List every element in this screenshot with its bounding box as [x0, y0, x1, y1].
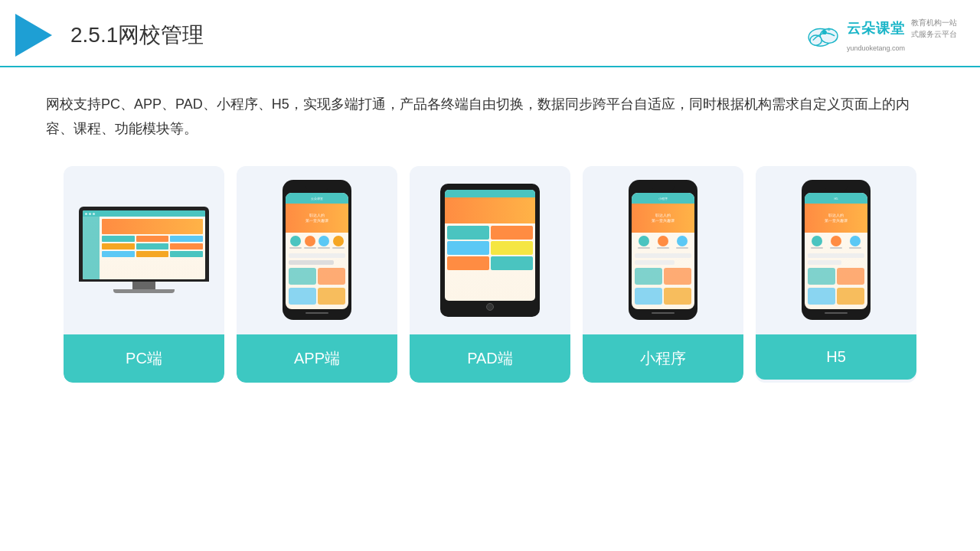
svg-point-4 [828, 28, 831, 31]
card-miniprogram-image: 小程序 职达人的第一堂兴趣课 [583, 166, 743, 334]
card-pc-label: PC端 [64, 334, 224, 383]
card-h5-label: H5 [756, 334, 916, 380]
card-pc-image [64, 166, 224, 334]
svg-point-2 [810, 35, 822, 45]
svg-point-1 [820, 28, 838, 43]
card-h5-image: H5 职达人的第一堂兴趣课 [756, 166, 916, 334]
card-pad: PAD端 [410, 166, 570, 383]
card-pc: PC端 [64, 166, 224, 383]
cards-container: PC端 云朵课堂 职达人的第一堂兴趣课 [0, 154, 980, 383]
brand-slogan: 教育机构一站式服务云平台 [911, 17, 957, 40]
description-paragraph: 网校支持PC、APP、PAD、小程序、H5，实现多端打通，产品各终端自由切换，数… [46, 92, 934, 142]
logo-triangle-icon [15, 14, 52, 57]
brand-name: 云朵课堂 [847, 19, 905, 37]
cloud-icon [805, 21, 842, 49]
app-phone-mockup: 云朵课堂 职达人的第一堂兴趣课 [283, 180, 351, 320]
card-h5: H5 职达人的第一堂兴趣课 [756, 166, 916, 383]
svg-point-3 [822, 30, 827, 34]
brand-url: yunduoketang.com [847, 44, 905, 52]
title-num: 2.5.1网校管理 [70, 23, 204, 47]
card-app-label: APP端 [237, 334, 397, 383]
header-left: 2.5.1网校管理 [15, 14, 204, 57]
brand-text-group: 云朵课堂 教育机构一站式服务云平台 yunduoketang.com [847, 17, 957, 54]
miniprogram-phone-mockup: 小程序 职达人的第一堂兴趣课 [629, 180, 697, 320]
header-right: 云朵课堂 教育机构一站式服务云平台 yunduoketang.com [805, 17, 957, 54]
card-app: 云朵课堂 职达人的第一堂兴趣课 [237, 166, 397, 383]
card-miniprogram-label: 小程序 [583, 334, 743, 383]
pc-mockup [79, 207, 209, 293]
h5-phone-mockup: H5 职达人的第一堂兴趣课 [802, 180, 871, 320]
card-pad-label: PAD端 [410, 334, 570, 383]
card-app-image: 云朵课堂 职达人的第一堂兴趣课 [237, 166, 397, 334]
page-title: 2.5.1网校管理 [70, 21, 204, 50]
description-text: 网校支持PC、APP、PAD、小程序、H5，实现多端打通，产品各终端自由切换，数… [0, 67, 980, 154]
brand-logo: 云朵课堂 教育机构一站式服务云平台 yunduoketang.com [805, 17, 957, 54]
header: 2.5.1网校管理 云朵课堂 教育机构一站式服务云平台 yunduoketang… [0, 0, 980, 67]
card-pad-image [410, 166, 570, 334]
pad-tablet-mockup [440, 184, 540, 317]
card-miniprogram: 小程序 职达人的第一堂兴趣课 [583, 166, 743, 383]
